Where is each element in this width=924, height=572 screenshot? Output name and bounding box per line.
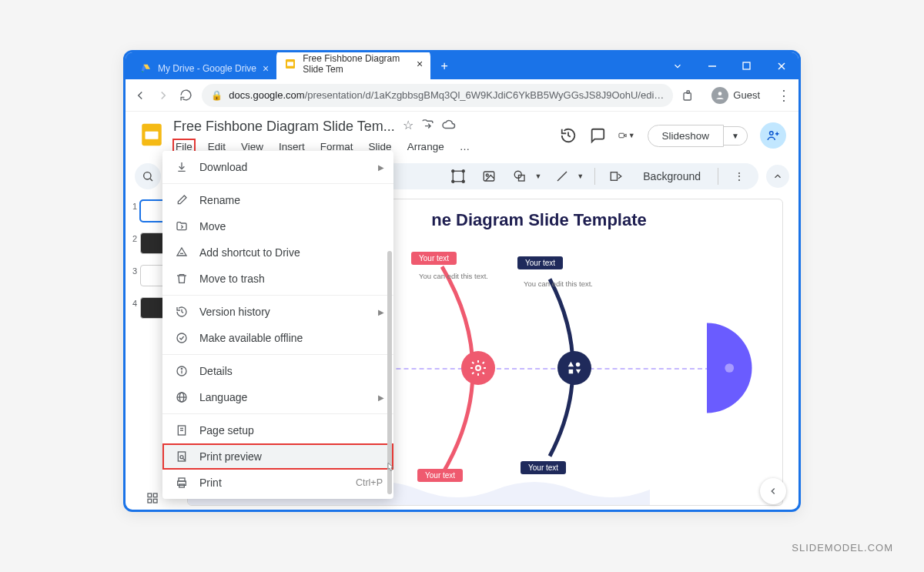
svg-rect-10 xyxy=(687,91,689,93)
menu-download[interactable]: Download ▶ xyxy=(162,154,393,180)
menu-add-shortcut[interactable]: Add shortcut to Drive xyxy=(162,239,393,266)
explore-button[interactable] xyxy=(760,478,786,504)
svg-rect-15 xyxy=(618,133,623,138)
close-window-button[interactable] xyxy=(764,52,798,79)
menu-page-setup[interactable]: Page setup xyxy=(162,417,393,443)
page-setup-icon xyxy=(175,423,189,437)
forward-button[interactable] xyxy=(156,88,170,103)
share-button[interactable] xyxy=(760,122,786,149)
submenu-arrow-icon: ▶ xyxy=(378,308,384,316)
profile-chip[interactable]: Guest xyxy=(704,84,768,107)
url-text: docs.google.com/presentation/d/1aKzgbbsg… xyxy=(229,89,664,101)
pill-label: Your text xyxy=(411,252,457,265)
titlebar: My Drive - Google Drive × Free Fishbone … xyxy=(126,52,798,79)
print-icon xyxy=(175,476,189,490)
svg-rect-4 xyxy=(287,62,293,65)
browser-tab-drive[interactable]: My Drive - Google Drive × xyxy=(132,58,276,79)
grid-view-icon[interactable] xyxy=(146,492,159,507)
history-icon[interactable] xyxy=(560,127,577,144)
close-icon[interactable]: × xyxy=(417,58,423,70)
background-button[interactable]: Background xyxy=(637,167,707,186)
menu-version-history[interactable]: Version history ▶ xyxy=(162,299,393,325)
segment-text: You can edit this text. xyxy=(419,272,488,281)
comments-icon[interactable] xyxy=(589,127,606,144)
browser-menu-icon[interactable]: ⋮ xyxy=(777,87,791,104)
menu-language[interactable]: Language ▶ xyxy=(162,384,393,410)
browser-window: My Drive - Google Drive × Free Fishbone … xyxy=(123,50,801,512)
svg-rect-43 xyxy=(569,369,574,373)
lock-icon: 🔒 xyxy=(211,90,223,101)
rename-icon xyxy=(175,193,189,207)
reload-button[interactable] xyxy=(179,88,192,103)
svg-rect-33 xyxy=(148,493,152,497)
url-field[interactable]: 🔒 docs.google.com/presentation/d/1aKzgbb… xyxy=(202,84,673,107)
svg-rect-36 xyxy=(153,499,157,503)
svg-rect-35 xyxy=(148,499,152,503)
svg-marker-47 xyxy=(177,248,186,256)
canvas-scrollbar[interactable] xyxy=(439,510,531,512)
maximize-button[interactable] xyxy=(729,52,764,79)
svg-point-25 xyxy=(452,180,454,182)
close-icon[interactable]: × xyxy=(263,62,269,75)
window-controls xyxy=(660,52,798,79)
menu-move[interactable]: Move xyxy=(162,213,393,239)
svg-point-17 xyxy=(770,132,774,135)
menu-arrange[interactable]: Arrange xyxy=(405,139,447,154)
shape-tool-icon[interactable] xyxy=(510,166,530,186)
slideshow-dropdown[interactable]: ▼ xyxy=(724,126,748,146)
move-icon[interactable] xyxy=(421,118,434,135)
collapse-panel-button[interactable] xyxy=(766,165,789,188)
drive-shortcut-icon xyxy=(175,246,189,259)
titlebar-more-icon[interactable] xyxy=(660,52,695,79)
minimize-button[interactable] xyxy=(695,52,729,79)
svg-point-52 xyxy=(181,368,182,369)
menu-separator xyxy=(162,295,393,296)
svg-rect-32 xyxy=(611,172,618,181)
svg-marker-44 xyxy=(576,369,581,373)
svg-line-61 xyxy=(183,459,185,460)
document-title[interactable]: Free Fishbone Diagram Slide Tem... xyxy=(173,119,395,135)
menu-details[interactable]: Details xyxy=(162,358,393,384)
star-icon[interactable]: ☆ xyxy=(403,118,413,135)
browser-tab-slides[interactable]: Free Fishbone Diagram Slide Tem × xyxy=(276,50,430,79)
slideshow-button[interactable]: Slideshow xyxy=(648,125,725,147)
svg-point-42 xyxy=(576,362,581,366)
node-shapes-icon xyxy=(557,351,591,385)
print-preview-icon xyxy=(175,450,189,463)
node-gear-icon xyxy=(461,351,495,385)
svg-point-40 xyxy=(476,366,480,370)
svg-rect-34 xyxy=(153,493,157,497)
menu-separator xyxy=(162,354,393,355)
meet-icon[interactable]: ▼ xyxy=(618,127,635,144)
back-button[interactable] xyxy=(133,88,147,103)
svg-point-11 xyxy=(718,92,722,95)
textbox-tool-icon[interactable] xyxy=(448,166,468,186)
extensions-icon[interactable] xyxy=(682,89,695,102)
menu-offline[interactable]: Make available offline xyxy=(162,325,393,351)
cloud-status-icon[interactable] xyxy=(442,118,456,135)
transition-icon[interactable] xyxy=(606,166,626,186)
menu-rename[interactable]: Rename xyxy=(162,187,393,213)
menu-move-to-trash[interactable]: Move to trash xyxy=(162,266,393,292)
menu-print[interactable]: Print Ctrl+P xyxy=(162,470,393,496)
search-menus-button[interactable] xyxy=(135,163,161,189)
tab-title: My Drive - Google Drive xyxy=(158,63,256,74)
svg-rect-22 xyxy=(454,171,464,182)
watermark: SLIDEMODEL.COM xyxy=(792,542,893,554)
slides-logo-icon[interactable] xyxy=(138,121,166,149)
svg-point-20 xyxy=(144,172,151,179)
image-tool-icon[interactable] xyxy=(479,166,499,186)
dropdown-scrollbar[interactable] xyxy=(387,251,392,494)
new-tab-button[interactable]: + xyxy=(434,55,455,77)
svg-point-29 xyxy=(515,171,522,178)
svg-marker-41 xyxy=(568,361,574,366)
line-tool-icon[interactable] xyxy=(552,166,572,186)
shortcut-label: Ctrl+P xyxy=(356,477,383,488)
toolbar-more-icon[interactable]: ⋮ xyxy=(729,166,749,186)
drive-favicon xyxy=(139,62,152,75)
menu-more[interactable]: … xyxy=(457,139,473,154)
globe-icon xyxy=(175,390,189,404)
tab-title: Free Fishbone Diagram Slide Tem xyxy=(303,53,410,75)
submenu-arrow-icon: ▶ xyxy=(378,163,384,172)
menu-print-preview[interactable]: Print preview xyxy=(162,443,393,470)
